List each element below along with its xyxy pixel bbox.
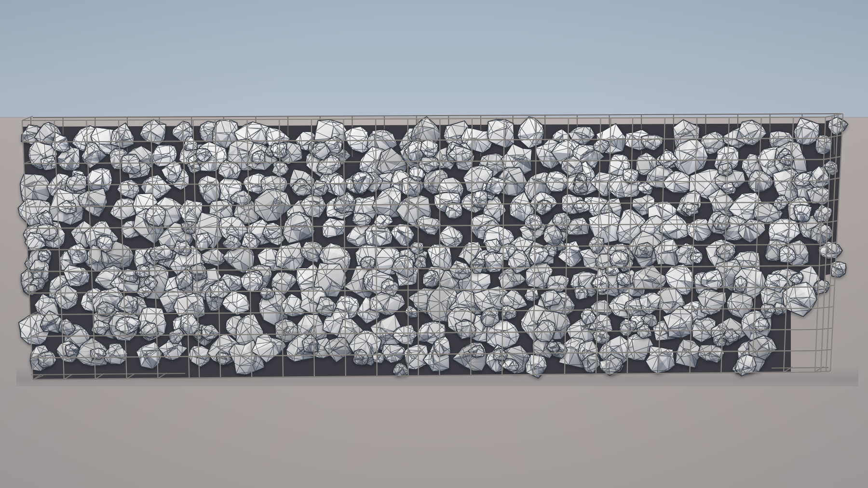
render-viewport (0, 0, 868, 488)
gabion-3d-render-canvas (0, 0, 868, 488)
